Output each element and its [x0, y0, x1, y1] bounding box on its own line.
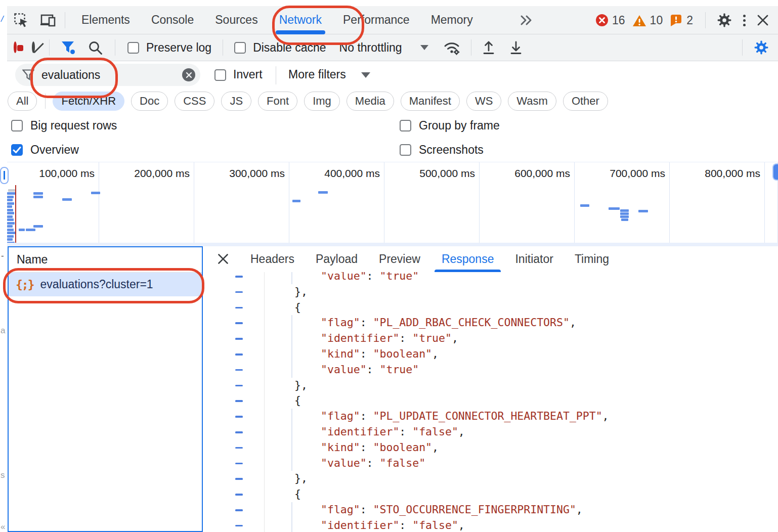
code-line: "flag": "STO_OCCURRENCE_FINGERPRINTING", — [203, 502, 778, 518]
main-tabs: ElementsConsoleSourcesNetworkPerformance… — [71, 6, 484, 34]
request-bar — [638, 210, 648, 212]
tab-memory[interactable]: Memory — [420, 6, 484, 34]
overview-bottom-band — [7, 243, 778, 246]
more-filters-caret-icon[interactable] — [361, 72, 370, 78]
tab-network[interactable]: Network — [269, 6, 332, 34]
code-line: "identifier": "true", — [203, 331, 778, 346]
clear-filter-button[interactable] — [182, 68, 195, 81]
close-detail-button[interactable] — [217, 253, 229, 265]
gutter-dash — [235, 291, 243, 293]
invert-checkbox[interactable] — [214, 69, 226, 81]
gutter-dash — [235, 478, 243, 480]
request-bar — [621, 218, 628, 221]
disable-cache-checkbox[interactable] — [234, 42, 246, 54]
chip-js[interactable]: JS — [221, 92, 251, 111]
filter-input[interactable] — [40, 68, 182, 82]
indent-guide — [291, 315, 292, 331]
more-filters-button[interactable]: More filters — [288, 68, 346, 81]
device-toolbar-button[interactable] — [40, 14, 57, 28]
chip-manifest[interactable]: Manifest — [401, 92, 460, 111]
tab-console[interactable]: Console — [141, 6, 204, 34]
resource-type-chips: AllFetch/XHRDocCSSJSFontImgMediaManifest… — [7, 89, 778, 113]
overview-checkbox[interactable] — [11, 144, 23, 156]
search-button[interactable] — [88, 40, 103, 55]
request-bar — [7, 225, 13, 228]
gutter-dash — [235, 463, 243, 465]
code-text: "value": "false" — [321, 456, 425, 471]
page-fragment: « — [1, 522, 5, 532]
overview-right-handle[interactable] — [772, 163, 778, 181]
kebab-dot — [743, 24, 746, 26]
detail-tab-preview[interactable]: Preview — [379, 246, 420, 272]
clear-network-log-button[interactable] — [32, 43, 35, 52]
filter-toggle-button[interactable] — [61, 40, 76, 55]
console-errors-counter[interactable]: 16 — [595, 14, 632, 27]
chip-wasm[interactable]: Wasm — [508, 92, 556, 111]
request-bar — [7, 202, 14, 205]
close-devtools-button[interactable] — [757, 14, 769, 26]
throttling-caret-icon[interactable] — [420, 45, 428, 50]
screenshots-checkbox[interactable] — [400, 144, 411, 156]
request-bar — [8, 189, 15, 192]
gutter-dash — [235, 400, 243, 402]
settings-button[interactable] — [717, 13, 732, 28]
code-line: "identifier": "false", — [203, 424, 778, 440]
detail-tab-headers[interactable]: Headers — [250, 246, 294, 272]
detail-tabs-row: HeadersPayloadPreviewResponseInitiatorTi… — [203, 246, 778, 273]
detail-tab-timing[interactable]: Timing — [575, 246, 609, 272]
name-column-header[interactable]: Name — [9, 247, 202, 273]
network-filter-field[interactable] — [15, 64, 200, 86]
gutter-dash — [235, 276, 243, 278]
code-text: "flag": "PL_UPDATE_CONNECTOR_HEARTBEAT_P… — [321, 409, 609, 424]
invert-label: Invert — [233, 68, 263, 81]
chip-css[interactable]: CSS — [175, 92, 214, 111]
group-by-frame-checkbox[interactable] — [400, 120, 411, 131]
chip-media[interactable]: Media — [347, 92, 394, 111]
code-line: "flag": "PL_ADD_RBAC_CHECK_CONNECTORS", — [203, 315, 778, 331]
inspect-element-button[interactable] — [14, 13, 29, 28]
gutter-dash — [235, 322, 243, 324]
preserve-log-checkbox[interactable] — [127, 42, 139, 54]
chip-font[interactable]: Font — [258, 92, 297, 111]
kebab-menu-button[interactable] — [743, 15, 746, 26]
tab-sources[interactable]: Sources — [204, 6, 268, 34]
filter-row: Invert More filters — [7, 61, 778, 89]
import-har-button[interactable] — [482, 40, 496, 55]
code-text: }, — [294, 471, 308, 486]
export-har-button[interactable] — [509, 40, 523, 55]
console-warnings-counter[interactable]: 10 — [632, 14, 670, 27]
tab-performance[interactable]: Performance — [332, 6, 420, 34]
detail-tab-response[interactable]: Response — [442, 246, 494, 272]
overview-left-handle[interactable] — [0, 167, 9, 184]
network-conditions-button[interactable] — [443, 39, 461, 56]
active-tab-underline — [276, 30, 325, 34]
detail-tab-initiator[interactable]: Initiator — [515, 246, 553, 272]
tab-elements[interactable]: Elements — [71, 6, 141, 34]
gutter-dash — [235, 353, 243, 356]
network-overview-timeline[interactable]: 100,000 ms200,000 ms300,000 ms400,000 ms… — [7, 162, 778, 243]
request-row[interactable]: {;} evaluations?cluster=1 — [9, 273, 202, 296]
issue-count: 2 — [686, 14, 693, 27]
response-body-viewer[interactable]: "value": "true"},{"flag": "PL_ADD_RBAC_C… — [203, 272, 778, 532]
network-settings-button[interactable] — [754, 40, 769, 55]
issues-counter[interactable]: 2 — [670, 14, 700, 27]
record-network-log-button[interactable] — [14, 43, 17, 52]
big-request-rows-checkbox[interactable] — [11, 120, 23, 131]
chip-other[interactable]: Other — [563, 92, 608, 111]
indent-guide — [291, 346, 292, 362]
code-text: "kind": "boolean", — [321, 346, 439, 362]
chip-img[interactable]: Img — [304, 92, 340, 111]
gutter-dash — [235, 338, 243, 340]
more-tabs-button[interactable] — [520, 14, 534, 26]
throttling-select[interactable]: No throttling — [339, 41, 402, 55]
request-bar — [7, 209, 13, 211]
code-line: }, — [203, 471, 778, 486]
chip-all[interactable]: All — [8, 92, 37, 111]
chip-fetchxhr[interactable]: Fetch/XHR — [53, 92, 124, 111]
detail-tab-payload[interactable]: Payload — [316, 246, 358, 272]
chip-ws[interactable]: WS — [466, 92, 501, 111]
chip-doc[interactable]: Doc — [131, 92, 168, 111]
indent-guide — [291, 502, 292, 518]
divider — [115, 39, 115, 56]
funnel-filter-icon — [61, 40, 76, 55]
